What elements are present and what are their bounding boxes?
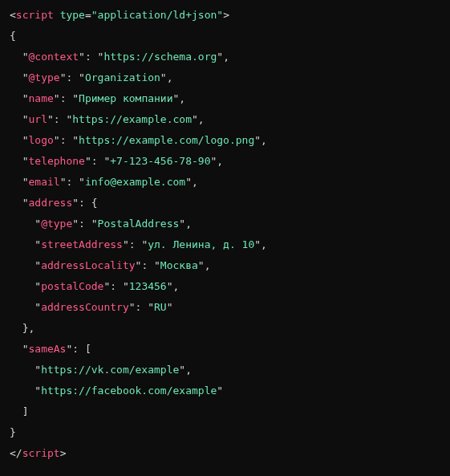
code-line: "@type": "Organization", [10,71,173,83]
code-line: { [10,30,16,42]
code-line: }, [10,322,34,334]
code-line: "@type": "PostalAddress", [10,218,192,230]
code-line: "https://facebook.com/example" [10,384,223,397]
code-line: "sameAs": [ [10,343,91,355]
code-line: "https://vk.com/example", [10,364,192,376]
code-line: ] [10,405,28,417]
code-line: <script type="application/ld+json"> [10,9,229,21]
code-line: "addressCountry": "RU" [10,301,173,313]
code-line: "telephone": "+7-123-456-78-90", [10,155,223,167]
code-line: "name": "Пример компании", [10,92,185,104]
code-line: "url": "https://example.com", [10,113,205,125]
code-line: "streetAddress": "ул. Ленина, д. 10", [10,238,267,250]
code-line: "postalCode": "123456", [10,280,179,292]
code-line: "address": { [10,197,98,209]
code-line: "logo": "https://example.com/logo.png", [10,134,267,146]
code-line: "addressLocality": "Москва", [10,259,210,271]
code-block: <script type="application/ld+json"> { "@… [10,5,440,464]
code-line: </script> [10,447,66,459]
code-line: "@context": "https://schema.org", [10,51,229,63]
code-line: } [10,426,16,438]
code-line: "email": "info@example.com", [10,176,198,188]
